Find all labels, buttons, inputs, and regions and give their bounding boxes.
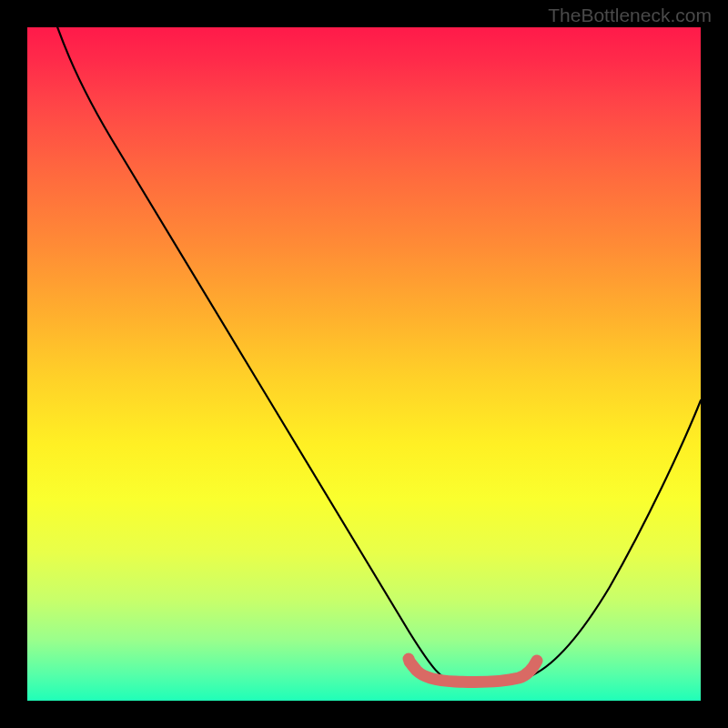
chart-svg bbox=[27, 27, 701, 701]
plot-area bbox=[27, 27, 701, 701]
watermark-text: TheBottleneck.com bbox=[548, 5, 712, 26]
marker-dot bbox=[403, 653, 415, 665]
highlight-segment-line bbox=[410, 661, 537, 682]
bottleneck-curve-line bbox=[27, 27, 701, 683]
